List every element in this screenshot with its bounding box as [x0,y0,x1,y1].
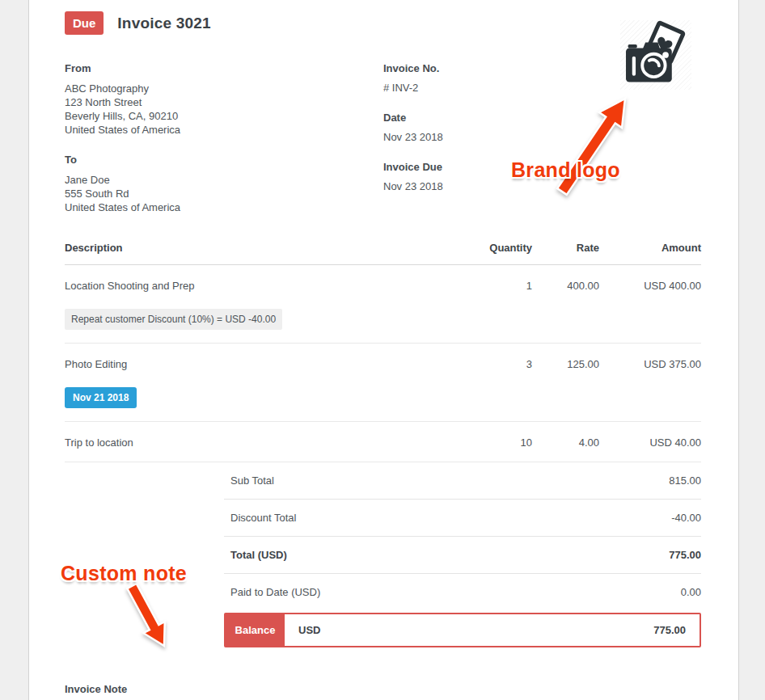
line-items-table: Description Quantity Rate Amount Locatio… [65,242,701,462]
discount-total-row: Discount Total -40.00 [224,500,701,537]
to-name: Jane Doe [65,173,383,187]
table-row: Photo Editing 3 125.00 USD 375.00 Nov 21… [65,344,701,422]
to-street: 555 South Rd [65,187,383,200]
item-rate: 4.00 [532,436,599,449]
custom-note-annotation: Custom note [61,562,187,585]
item-description: Photo Editing [65,358,459,370]
brand-logo-annotation: Brand logo [511,158,620,182]
item-quantity: 3 [459,358,532,370]
camera-logo-icon [620,20,691,90]
from-name: ABC Photography [65,82,383,95]
to-address: Jane Doe 555 South Rd United States of A… [65,173,383,214]
invoice-note-section: Invoice Note Thanks so much for choosing… [65,683,701,700]
total-row: Total (USD) 775.00 [224,537,701,574]
item-quantity: 10 [459,436,532,449]
table-row: Trip to location 10 4.00 USD 40.00 [65,422,701,462]
header-quantity: Quantity [459,242,532,254]
balance-currency: USD [298,624,320,636]
total-label: Total (USD) [230,549,287,561]
brand-logo [620,20,691,90]
discount-total-label: Discount Total [230,512,296,524]
invoice-note-label: Invoice Note [65,683,701,695]
table-header-row: Description Quantity Rate Amount [65,242,701,265]
item-description: Location Shooting and Prep [65,280,459,292]
from-label: From [65,62,383,74]
from-street: 123 North Street [65,95,383,109]
from-address: ABC Photography 123 North Street Beverly… [65,82,383,137]
to-label: To [65,154,383,166]
invoice-date-block: Date Nov 23 2018 [383,112,701,143]
from-city: Beverly Hills, CA, 90210 [65,109,383,123]
subtotal-value: 815.00 [669,474,701,487]
item-rate: 400.00 [532,280,599,292]
item-amount: USD 375.00 [599,358,701,370]
invoice-meta: From ABC Photography 123 North Street Be… [65,62,701,214]
totals-section: Sub Total 815.00 Discount Total -40.00 T… [224,462,701,647]
status-badge: Due [65,11,104,35]
to-country: United States of America [65,200,383,214]
invoice-header: Due Invoice 3021 [65,11,701,35]
discount-total-value: -40.00 [671,512,701,524]
header-rate: Rate [532,242,599,254]
subtotal-label: Sub Total [230,474,274,487]
paid-to-date-label: Paid to Date (USD) [230,586,320,598]
subtotal-row: Sub Total 815.00 [224,462,701,500]
header-amount: Amount [599,242,701,254]
invoice-date-label: Date [383,112,701,124]
paid-to-date-row: Paid to Date (USD) 0.00 [224,574,701,610]
item-amount: USD 400.00 [599,280,701,292]
addresses-column: From ABC Photography 123 North Street Be… [65,62,383,214]
item-quantity: 1 [459,280,532,292]
item-description: Trip to location [65,436,459,449]
table-row: Location Shooting and Prep 1 400.00 USD … [65,265,701,344]
balance-row: Balance USD 775.00 [224,613,701,647]
date-badge: Nov 21 2018 [65,387,137,408]
total-value: 775.00 [669,549,701,561]
paid-to-date-value: 0.00 [681,586,701,598]
balance-value: 775.00 [653,624,686,636]
from-block: From ABC Photography 123 North Street Be… [65,62,383,137]
invoice-due-value: Nov 23 2018 [383,180,701,192]
page-title: Invoice 3021 [117,15,210,32]
item-amount: USD 40.00 [599,436,701,449]
balance-label: Balance [226,614,285,646]
to-block: To Jane Doe 555 South Rd United States o… [65,154,383,214]
discount-badge: Repeat customer Discount (10%) = USD -40… [65,309,282,330]
item-rate: 125.00 [532,358,599,370]
header-description: Description [65,242,459,254]
invoice-page: Due Invoice 3021 From ABC Photography 12… [28,0,739,700]
from-country: United States of America [65,123,383,137]
invoice-date-value: Nov 23 2018 [383,131,701,143]
